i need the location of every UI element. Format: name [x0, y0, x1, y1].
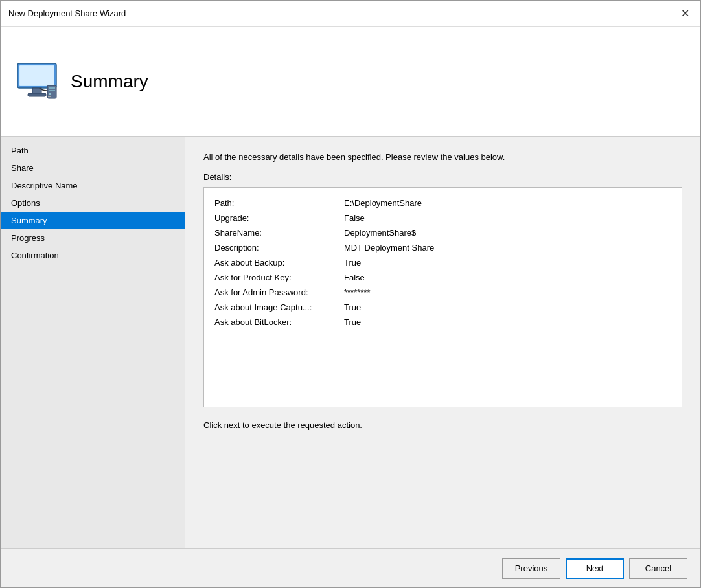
sidebar-item-share[interactable]: Share — [1, 159, 185, 177]
detail-key-0: Path: — [214, 198, 344, 208]
detail-key-3: Description: — [214, 243, 344, 253]
sidebar-item-options[interactable]: Options — [1, 194, 185, 212]
detail-value-1: False — [344, 213, 365, 223]
svg-rect-7 — [49, 90, 55, 91]
detail-value-4: True — [344, 258, 361, 267]
wizard-window: New Deployment Share Wizard ✕ — [0, 0, 701, 588]
next-button[interactable]: Next — [566, 558, 624, 579]
detail-key-6: Ask for Admin Password: — [214, 288, 344, 297]
detail-value-6: ******** — [344, 288, 370, 297]
intro-text: All of the necessary details have been s… — [203, 152, 682, 162]
footer-note: Click next to execute the requested acti… — [203, 420, 682, 430]
button-bar: Previous Next Cancel — [1, 548, 700, 587]
previous-button[interactable]: Previous — [502, 558, 560, 579]
details-box: Path:E:\DeploymentShareUpgrade:FalseShar… — [203, 187, 682, 407]
title-bar: New Deployment Share Wizard ✕ — [1, 1, 700, 27]
details-label: Details: — [203, 172, 682, 182]
detail-value-5: False — [344, 273, 365, 282]
detail-row-7: Ask about Image Captu...:True — [214, 300, 671, 315]
window-title: New Deployment Share Wizard — [8, 8, 126, 18]
svg-rect-6 — [49, 87, 55, 89]
detail-key-7: Ask about Image Captu...: — [214, 302, 344, 312]
detail-value-7: True — [344, 302, 361, 312]
detail-row-6: Ask for Admin Password:******** — [214, 285, 671, 300]
detail-row-3: Description:MDT Deployment Share — [214, 240, 671, 255]
detail-key-4: Ask about Backup: — [214, 258, 344, 267]
sidebar-item-descriptive-name[interactable]: Descriptive Name — [1, 177, 185, 194]
detail-key-2: ShareName: — [214, 228, 344, 238]
detail-value-0: E:\DeploymentShare — [344, 198, 422, 208]
cancel-button[interactable]: Cancel — [629, 558, 687, 579]
sidebar-item-confirmation[interactable]: Confirmation — [1, 247, 185, 264]
sidebar-item-progress[interactable]: Progress — [1, 229, 185, 247]
detail-key-1: Upgrade: — [214, 213, 344, 223]
wizard-header: Summary — [1, 27, 700, 137]
sidebar-item-summary[interactable]: Summary — [1, 212, 185, 229]
detail-row-4: Ask about Backup:True — [214, 255, 671, 270]
svg-rect-2 — [20, 66, 54, 85]
detail-key-5: Ask for Product Key: — [214, 273, 344, 282]
detail-row-2: ShareName:DeploymentShare$ — [214, 225, 671, 240]
close-button[interactable]: ✕ — [677, 6, 693, 21]
detail-value-2: DeploymentShare$ — [344, 228, 416, 238]
svg-rect-9 — [48, 96, 51, 97]
detail-row-0: Path:E:\DeploymentShare — [214, 196, 671, 210]
svg-rect-4 — [28, 93, 46, 96]
detail-row-8: Ask about BitLocker:True — [214, 315, 671, 330]
detail-key-8: Ask about BitLocker: — [214, 317, 344, 327]
detail-value-3: MDT Deployment Share — [344, 243, 434, 253]
detail-row-1: Upgrade:False — [214, 210, 671, 225]
computer-icon — [14, 58, 60, 105]
content-area: PathShareDescriptive NameOptionsSummaryP… — [1, 137, 700, 548]
detail-value-8: True — [344, 317, 361, 327]
sidebar: PathShareDescriptive NameOptionsSummaryP… — [1, 137, 185, 548]
svg-point-8 — [49, 93, 51, 95]
wizard-title: Summary — [71, 71, 148, 92]
sidebar-item-path[interactable]: Path — [1, 142, 185, 159]
detail-row-5: Ask for Product Key:False — [214, 270, 671, 285]
main-content: All of the necessary details have been s… — [185, 137, 700, 548]
